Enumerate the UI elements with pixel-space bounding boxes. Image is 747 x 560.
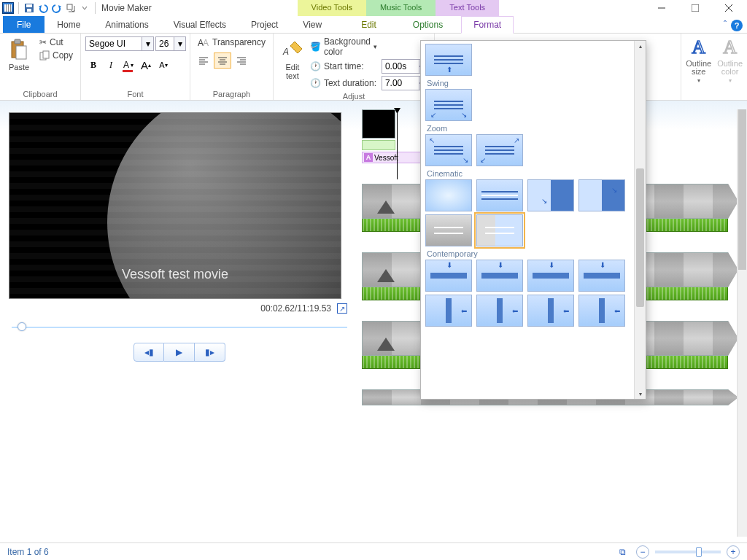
- playhead[interactable]: [397, 109, 398, 179]
- effect-item[interactable]: [425, 179, 472, 211]
- effect-item[interactable]: ⬇: [476, 260, 523, 292]
- svg-rect-1: [26, 4, 32, 7]
- bucket-icon: 🪣: [310, 42, 321, 52]
- group-paragraph: AA Transparency Paragraph: [190, 34, 274, 100]
- zoom-control: − +: [636, 545, 740, 559]
- help-icon[interactable]: ?: [731, 20, 743, 31]
- window-minimize-button[interactable]: [645, 0, 678, 16]
- effect-item[interactable]: [476, 179, 523, 211]
- seek-bar[interactable]: [12, 322, 347, 332]
- qat-customize-icon[interactable]: [78, 1, 91, 15]
- effect-item[interactable]: ⬅: [476, 295, 523, 327]
- zoom-in-button[interactable]: +: [727, 545, 740, 559]
- copy-icon: [39, 50, 50, 61]
- tab-file[interactable]: File: [3, 16, 44, 33]
- qat-save-icon[interactable]: [23, 1, 36, 15]
- effect-item-selected[interactable]: [476, 214, 523, 246]
- svg-rect-3: [67, 4, 72, 9]
- effect-item[interactable]: ⬆: [425, 44, 472, 76]
- group-adjust: A Edit text 🪣Background color ▾ 🕐Start t…: [274, 34, 435, 100]
- caption-track[interactable]: [362, 140, 395, 150]
- contextual-tab-music: Music Tools: [366, 0, 436, 16]
- tab-view[interactable]: View: [290, 16, 334, 33]
- paste-button[interactable]: Paste: [4, 36, 34, 73]
- tab-project[interactable]: Project: [239, 16, 290, 33]
- transparency-button[interactable]: AA Transparency: [195, 36, 268, 48]
- window-maximize-button[interactable]: [678, 0, 712, 16]
- text-duration-label: Text duration:: [324, 78, 376, 88]
- scissors-icon: ✂: [39, 37, 47, 47]
- tab-music-options[interactable]: Options: [400, 16, 455, 33]
- align-center-button[interactable]: [214, 52, 231, 69]
- app-icon[interactable]: [1, 1, 15, 15]
- cut-button[interactable]: ✂Cut: [36, 36, 76, 48]
- outline-size-button[interactable]: A Outline size ▾: [686, 36, 711, 84]
- svg-rect-2: [27, 9, 31, 12]
- shrink-font-button[interactable]: A▾: [155, 57, 171, 73]
- tab-home[interactable]: Home: [44, 16, 93, 33]
- svg-text:A: A: [203, 38, 209, 47]
- prev-frame-button[interactable]: ◂▮: [133, 343, 164, 362]
- effect-item[interactable]: ⬅: [425, 295, 472, 327]
- text-icon: A: [364, 153, 373, 162]
- fullscreen-icon[interactable]: ↗: [337, 303, 347, 314]
- status-item-count: Item 1 of 6: [7, 547, 49, 557]
- effect-item[interactable]: ⬅: [527, 295, 574, 327]
- grow-font-button[interactable]: A▴: [138, 57, 154, 73]
- tab-text-format[interactable]: Format: [461, 16, 514, 34]
- title-bar: Movie Maker Video Tools Music Tools Text…: [0, 0, 747, 16]
- next-frame-button[interactable]: ▮▸: [195, 343, 225, 362]
- font-size-combo[interactable]: ▾: [155, 36, 186, 51]
- collapse-ribbon-icon[interactable]: ˆ: [724, 20, 727, 31]
- group-clipboard: Paste ✂Cut Copy Clipboard: [0, 34, 81, 100]
- tab-video-edit[interactable]: Edit: [349, 16, 389, 33]
- svg-rect-9: [15, 39, 20, 44]
- font-color-button[interactable]: A▾: [120, 57, 136, 73]
- window-close-button[interactable]: [712, 0, 746, 16]
- qat-undo-icon[interactable]: [36, 1, 50, 15]
- effect-category-swing: Swing: [427, 79, 630, 88]
- status-bar: Item 1 of 6 ⧉ − +: [0, 542, 747, 560]
- effect-item[interactable]: [425, 214, 472, 246]
- italic-button[interactable]: I: [103, 57, 119, 73]
- align-right-button[interactable]: [233, 52, 250, 69]
- tab-visual-effects[interactable]: Visual Effects: [161, 16, 239, 33]
- time-display: 00:02.62/11:19.53: [260, 303, 331, 314]
- quick-access-toolbar: [1, 1, 98, 15]
- bgcolor-button[interactable]: 🪣Background color ▾: [310, 36, 377, 57]
- qat-redo-icon[interactable]: [50, 1, 63, 15]
- effect-item[interactable]: ⬇: [425, 260, 472, 292]
- preview-monitor[interactable]: Vessoft test movie: [9, 112, 341, 299]
- effects-scrollbar[interactable]: ▴▾: [634, 41, 646, 399]
- zoom-thumb[interactable]: [696, 547, 702, 557]
- qat-more-icon[interactable]: [64, 1, 77, 15]
- edit-text-button[interactable]: A Edit text: [278, 36, 307, 82]
- ribbon-tabstrip: File Home Animations Visual Effects Proj…: [0, 16, 747, 34]
- font-family-combo[interactable]: ▾: [85, 36, 154, 51]
- svg-rect-10: [16, 46, 26, 59]
- zoom-out-button[interactable]: −: [636, 545, 649, 559]
- align-left-button[interactable]: [195, 52, 212, 69]
- effect-item[interactable]: ⬇: [527, 260, 574, 292]
- group-outline: A Outline size ▾ A Outline color ▾: [681, 34, 747, 100]
- seek-thumb[interactable]: [18, 322, 26, 331]
- effect-item[interactable]: ⬅: [578, 295, 625, 327]
- tab-animations[interactable]: Animations: [93, 16, 160, 33]
- effect-item[interactable]: ↘: [578, 179, 625, 211]
- outline-size-icon: A: [692, 36, 705, 58]
- effect-item[interactable]: ↘: [527, 179, 574, 211]
- view-switch-icon[interactable]: ⧉: [619, 547, 626, 557]
- zoom-slider[interactable]: [655, 551, 721, 553]
- effect-category-cinematic: Cinematic: [427, 169, 630, 178]
- timeline-scrollbar[interactable]: [737, 109, 747, 537]
- effect-category-contemporary: Contemporary: [427, 249, 630, 258]
- bold-button[interactable]: B: [85, 57, 101, 73]
- effect-item[interactable]: ⬇: [578, 260, 625, 292]
- outline-color-button[interactable]: A Outline color ▾: [717, 36, 743, 84]
- copy-button[interactable]: Copy: [36, 50, 76, 61]
- effect-item[interactable]: ↖↘: [425, 134, 472, 166]
- effect-item[interactable]: ↗↙: [476, 134, 523, 166]
- play-button[interactable]: ▶: [164, 343, 195, 362]
- svg-text:A: A: [282, 47, 289, 57]
- effect-item[interactable]: ↙↘: [425, 89, 472, 121]
